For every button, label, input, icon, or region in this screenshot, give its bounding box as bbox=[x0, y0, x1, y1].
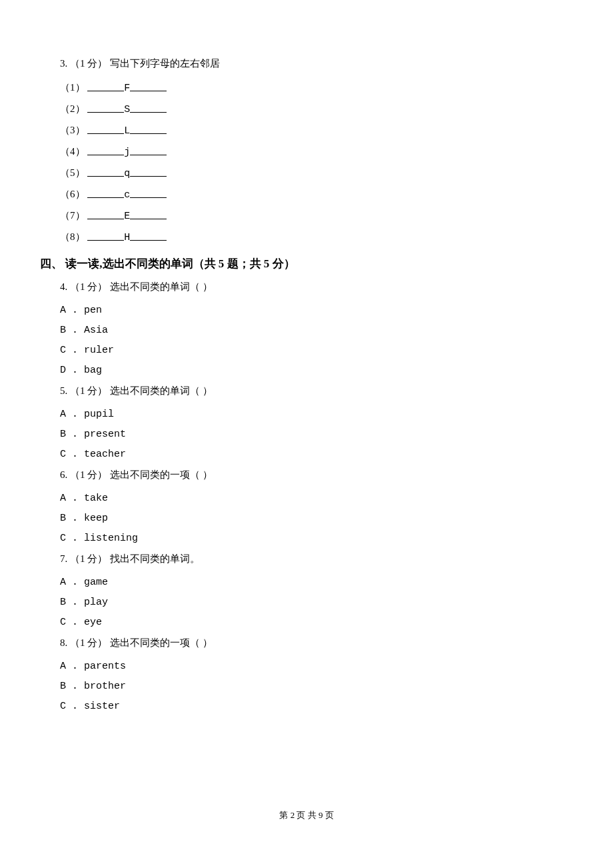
blank-before[interactable] bbox=[87, 144, 124, 155]
letter: c bbox=[124, 189, 130, 201]
letter: E bbox=[124, 211, 130, 222]
question-4-prompt: 4. （1 分） 选出不同类的单词（ ） bbox=[60, 277, 573, 297]
question-4-option-d[interactable]: D . bag bbox=[60, 361, 573, 381]
letter: S bbox=[124, 104, 130, 115]
sub-num: （4） bbox=[60, 146, 85, 157]
letter: H bbox=[124, 232, 130, 243]
question-8-option-a[interactable]: A . parents bbox=[60, 657, 573, 677]
question-3-sub-2: （2） S bbox=[60, 99, 573, 120]
question-4-option-c[interactable]: C . ruler bbox=[60, 341, 573, 361]
letter: F bbox=[124, 83, 130, 94]
section-4-header: 四、 读一读,选出不同类的单词（共 5 题；共 5 分） bbox=[40, 256, 573, 271]
blank-letter-row: c bbox=[87, 185, 167, 205]
blank-after[interactable] bbox=[130, 165, 167, 177]
question-3-sub-3: （3） L bbox=[60, 120, 573, 141]
sub-num: （2） bbox=[60, 103, 85, 114]
question-3-sub-7: （7） E bbox=[60, 205, 573, 227]
blank-after[interactable] bbox=[130, 144, 167, 155]
blank-letter-row: F bbox=[87, 79, 167, 99]
blank-after[interactable] bbox=[130, 123, 167, 134]
question-7-option-c[interactable]: C . eye bbox=[60, 613, 573, 633]
blank-letter-row: E bbox=[87, 207, 167, 227]
sub-num: （8） bbox=[60, 231, 85, 242]
question-3-prompt: 3. （1 分） 写出下列字母的左右邻居 bbox=[60, 53, 573, 73]
question-6-prompt: 6. （1 分） 选出不同类的一项（ ） bbox=[60, 465, 573, 485]
question-3-sub-6: （6） c bbox=[60, 184, 573, 205]
letter: L bbox=[124, 125, 130, 137]
question-4-option-a[interactable]: A . pen bbox=[60, 301, 573, 321]
blank-letter-row: j bbox=[87, 143, 167, 163]
blank-after[interactable] bbox=[130, 101, 167, 113]
question-3-sub-4: （4） j bbox=[60, 141, 573, 163]
blank-letter-row: S bbox=[87, 100, 167, 120]
sub-num: （7） bbox=[60, 210, 85, 221]
blank-before[interactable] bbox=[87, 80, 124, 91]
blank-after[interactable] bbox=[130, 208, 167, 219]
page-footer: 第 2 页 共 9 页 bbox=[0, 809, 613, 821]
blank-letter-row: H bbox=[87, 228, 167, 248]
question-5-option-a[interactable]: A . pupil bbox=[60, 405, 573, 425]
question-5-prompt: 5. （1 分） 选出不同类的单词（ ） bbox=[60, 381, 573, 401]
question-6-option-c[interactable]: C . listening bbox=[60, 529, 573, 549]
blank-before[interactable] bbox=[87, 208, 124, 219]
sub-num: （3） bbox=[60, 125, 85, 135]
blank-letter-row: L bbox=[87, 121, 167, 141]
question-8-option-c[interactable]: C . sister bbox=[60, 697, 573, 717]
blank-before[interactable] bbox=[87, 187, 124, 198]
question-8-prompt: 8. （1 分） 选出不同类的一项（ ） bbox=[60, 633, 573, 653]
blank-before[interactable] bbox=[87, 165, 124, 177]
sub-num: （1） bbox=[60, 82, 85, 93]
question-7-option-a[interactable]: A . game bbox=[60, 573, 573, 593]
question-6-option-b[interactable]: B . keep bbox=[60, 509, 573, 529]
question-3-sub-5: （5） q bbox=[60, 163, 573, 184]
blank-letter-row: q bbox=[87, 164, 167, 184]
question-5-option-b[interactable]: B . present bbox=[60, 425, 573, 445]
letter: j bbox=[124, 147, 130, 158]
letter: q bbox=[124, 168, 130, 179]
question-7-prompt: 7. （1 分） 找出不同类的单词。 bbox=[60, 549, 573, 569]
question-7-option-b[interactable]: B . play bbox=[60, 593, 573, 613]
blank-after[interactable] bbox=[130, 229, 167, 241]
blank-before[interactable] bbox=[87, 123, 124, 134]
question-5-option-c[interactable]: C . teacher bbox=[60, 445, 573, 465]
page-body: 3. （1 分） 写出下列字母的左右邻居 （1） F （2） S （3） L （… bbox=[0, 0, 613, 743]
blank-after[interactable] bbox=[130, 187, 167, 198]
sub-num: （5） bbox=[60, 167, 85, 178]
question-8-option-b[interactable]: B . brother bbox=[60, 677, 573, 697]
question-6-option-a[interactable]: A . take bbox=[60, 489, 573, 509]
question-3-sub-8: （8） H bbox=[60, 227, 573, 248]
sub-num: （6） bbox=[60, 189, 85, 199]
blank-after[interactable] bbox=[130, 80, 167, 91]
blank-before[interactable] bbox=[87, 229, 124, 241]
question-4-option-b[interactable]: B . Asia bbox=[60, 321, 573, 341]
blank-before[interactable] bbox=[87, 101, 124, 113]
question-3-sub-1: （1） F bbox=[60, 77, 573, 99]
